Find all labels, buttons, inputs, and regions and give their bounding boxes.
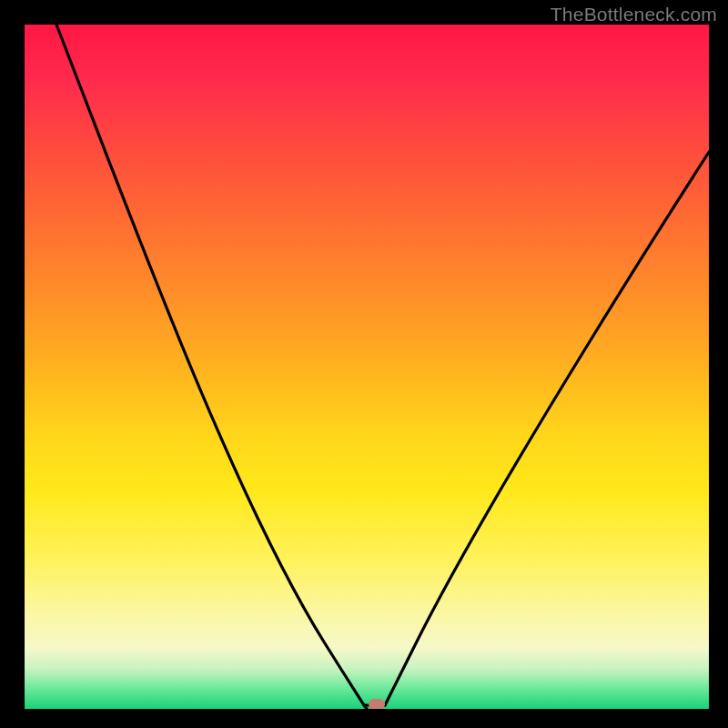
plot-area bbox=[25, 25, 709, 709]
chart-container: TheBottleneck.com bbox=[0, 0, 728, 728]
bottleneck-curve bbox=[25, 25, 709, 709]
curve-right-branch bbox=[385, 152, 709, 705]
watermark-text: TheBottleneck.com bbox=[551, 4, 717, 25]
curve-left-branch bbox=[56, 25, 367, 709]
optimal-point-marker bbox=[369, 699, 385, 709]
